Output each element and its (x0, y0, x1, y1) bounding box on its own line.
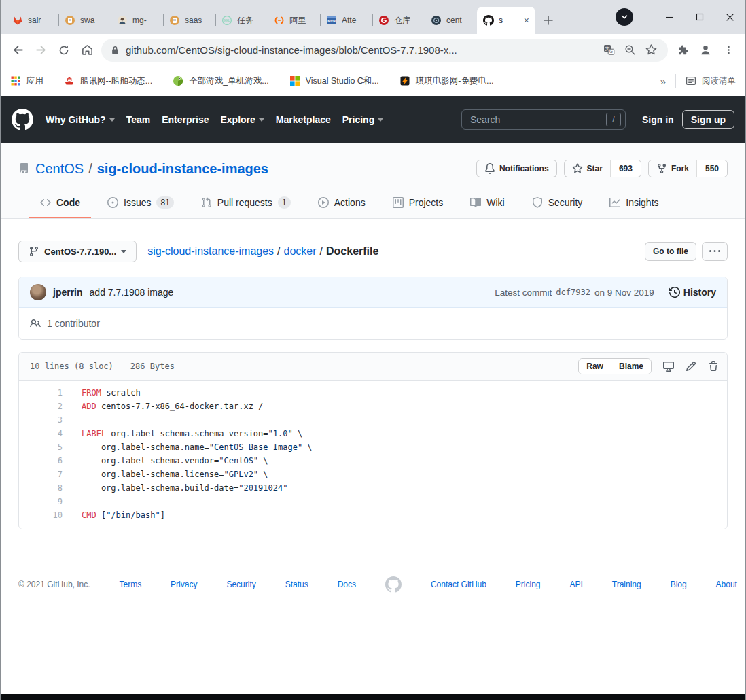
browser-tab-active[interactable]: s× (477, 7, 535, 34)
extensions-icon[interactable] (671, 39, 694, 62)
notifications-button[interactable]: Notifications (476, 160, 557, 177)
github-nav-item[interactable]: Explore (220, 114, 264, 125)
reading-list-button[interactable]: 阅读清单 (686, 75, 736, 87)
footer-link[interactable]: Blog (671, 580, 687, 589)
github-nav-item[interactable]: Pricing (342, 114, 383, 125)
open-in-desktop-icon[interactable] (663, 361, 674, 372)
repo-tab-projects[interactable]: Projects (382, 190, 455, 218)
commit-date: on 9 Nov 2019 (594, 287, 654, 298)
sign-up-button[interactable]: Sign up (682, 110, 734, 129)
browser-tab[interactable]: mg- (111, 7, 163, 34)
footer-link[interactable]: Terms (120, 580, 142, 589)
line-number[interactable]: 5 (19, 440, 63, 454)
line-number[interactable]: 2 (19, 400, 63, 413)
repo-tab-security[interactable]: Security (521, 190, 594, 218)
repo-tab-actions[interactable]: Actions (307, 190, 376, 218)
go-to-file-button[interactable]: Go to file (645, 242, 696, 261)
branch-selector[interactable]: CentOS-7.7.190... (18, 241, 137, 262)
github-footer-logo[interactable] (385, 576, 402, 593)
fork-count[interactable]: 550 (696, 160, 727, 177)
footer-link[interactable]: Pricing (516, 580, 541, 589)
footer-link[interactable]: Privacy (171, 580, 197, 589)
repo-owner-link[interactable]: CentOS (35, 161, 84, 177)
browser-tab[interactable]: swa (58, 7, 111, 34)
bookmark-item[interactable]: Visual Studio C和... (289, 75, 379, 87)
zoom-out-icon[interactable] (622, 43, 637, 58)
line-number[interactable]: 8 (19, 481, 63, 495)
browser-tab[interactable]: saas (163, 7, 215, 34)
more-options-button[interactable] (702, 242, 728, 261)
star-button[interactable]: Star (565, 160, 610, 177)
bookmark-item[interactable]: 琪琪电影网-免费电... (399, 75, 494, 87)
star-icon (572, 163, 583, 174)
new-tab-button[interactable] (538, 10, 558, 31)
contributors-link[interactable]: 1 contributor (19, 308, 727, 339)
sign-in-link[interactable]: Sign in (637, 110, 679, 129)
breadcrumb-dir-link[interactable]: docker (284, 245, 317, 258)
github-nav-item[interactable]: Marketplace (276, 114, 331, 125)
browser-tab[interactable]: cent (425, 7, 477, 34)
downloads-button[interactable] (616, 8, 633, 26)
browser-tab[interactable]: 任务 (215, 7, 268, 34)
line-number[interactable]: 3 (19, 413, 63, 427)
line-number[interactable]: 10 (19, 508, 63, 522)
forward-button[interactable] (29, 39, 52, 62)
bookmark-item[interactable]: 船讯网--船舶动态... (64, 75, 152, 87)
commit-sha-link[interactable]: dcf7932 (556, 287, 590, 297)
commit-author-link[interactable]: jperrin (53, 287, 83, 298)
github-search-input[interactable] (461, 109, 626, 130)
commit-author-avatar[interactable] (30, 284, 46, 300)
repo-tab-pull-requests[interactable]: Pull requests1 (190, 190, 302, 218)
footer-link[interactable]: Docs (338, 580, 356, 589)
fork-button[interactable]: Fork (649, 160, 696, 177)
footer-link[interactable]: Training (612, 580, 641, 589)
oct-shield (532, 197, 543, 208)
repo-tab-wiki[interactable]: Wiki (459, 190, 515, 218)
browser-tab[interactable]: Atte (320, 7, 372, 34)
footer-link[interactable]: API (569, 580, 582, 589)
commit-message-link[interactable]: add 7.7.1908 image (90, 287, 174, 298)
repo-name-link[interactable]: sig-cloud-instance-images (97, 161, 268, 177)
footer-link[interactable]: Security (226, 580, 255, 589)
browser-menu-button[interactable] (717, 39, 740, 62)
browser-tab[interactable]: 仓库 (372, 7, 425, 34)
footer-link[interactable]: About (716, 580, 737, 589)
browser-tab[interactable]: 阿里 (268, 7, 320, 34)
minimize-button[interactable] (654, 0, 684, 34)
address-bar[interactable]: github.com/CentOS/sig-cloud-instance-ima… (101, 39, 668, 62)
github-nav-item[interactable]: Enterprise (162, 114, 209, 125)
back-button[interactable] (6, 39, 29, 62)
delete-trash-icon[interactable] (708, 361, 719, 372)
reload-button[interactable] (52, 39, 75, 62)
bookmarks-overflow-button[interactable]: » (660, 75, 666, 87)
line-number[interactable]: 9 (19, 495, 63, 508)
footer-link[interactable]: Contact GitHub (431, 580, 486, 589)
profile-avatar[interactable] (694, 39, 717, 62)
repo-tab-issues[interactable]: Issues81 (96, 190, 185, 218)
github-nav-item[interactable]: Why GitHub? (46, 114, 115, 125)
translate-icon[interactable]: 文G (601, 43, 616, 58)
home-button[interactable] (75, 39, 99, 62)
bookmark-star-icon[interactable] (643, 43, 658, 58)
line-number[interactable]: 1 (19, 386, 63, 400)
history-link[interactable]: History (669, 287, 716, 298)
breadcrumb-repo-link[interactable]: sig-cloud-instance-images (147, 245, 274, 258)
github-nav-item[interactable]: Team (126, 114, 151, 125)
footer-link[interactable]: Status (285, 580, 308, 589)
line-number[interactable]: 7 (19, 468, 63, 481)
github-logo[interactable] (12, 109, 33, 130)
star-count[interactable]: 693 (610, 160, 641, 177)
repo-tab-code[interactable]: Code (29, 190, 91, 218)
line-number[interactable]: 6 (19, 454, 63, 468)
raw-button[interactable]: Raw (579, 359, 611, 374)
browser-tab[interactable]: sair (6, 7, 58, 34)
line-number[interactable]: 4 (19, 427, 63, 440)
bookmark-item[interactable]: 应用 (10, 75, 43, 87)
bookmark-item[interactable]: 全部游戏_单机游戏... (173, 75, 268, 87)
tab-close-icon[interactable]: × (524, 16, 529, 25)
maximize-button[interactable] (684, 0, 715, 34)
edit-pencil-icon[interactable] (686, 361, 696, 372)
close-window-button[interactable] (715, 0, 745, 34)
repo-tab-insights[interactable]: Insights (599, 190, 669, 218)
blame-button[interactable]: Blame (611, 359, 651, 374)
